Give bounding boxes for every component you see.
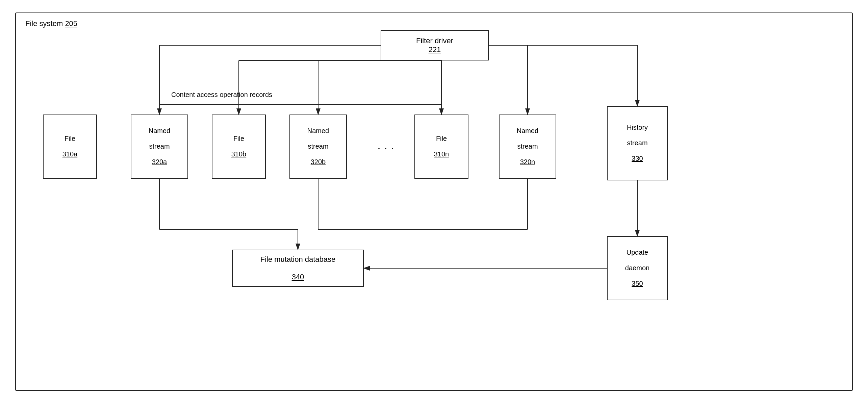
file-310b-box: File 310b xyxy=(212,115,266,179)
history-stream-330-box: History stream 330 xyxy=(607,106,668,180)
file-310a-box: File 310a xyxy=(43,115,97,179)
file-310n-box: File 310n xyxy=(414,115,468,179)
file-mutation-db-box: File mutation database 340 xyxy=(232,250,364,287)
content-access-label: Content access operation records xyxy=(171,91,272,99)
named-stream-320n-box: Named stream 320n xyxy=(499,115,556,179)
ellipsis: . . . xyxy=(377,138,394,152)
filter-driver-box: Filter driver 221 xyxy=(381,30,489,60)
named-stream-320a-box: Named stream 320a xyxy=(131,115,188,179)
update-daemon-box: Update daemon 350 xyxy=(607,236,668,300)
filesystem-label: File system 205 xyxy=(25,19,77,28)
named-stream-320b-box: Named stream 320b xyxy=(289,115,347,179)
diagram-container: File system 205 Filter driver 221 Conten… xyxy=(15,12,853,391)
arrows-svg xyxy=(16,13,852,390)
